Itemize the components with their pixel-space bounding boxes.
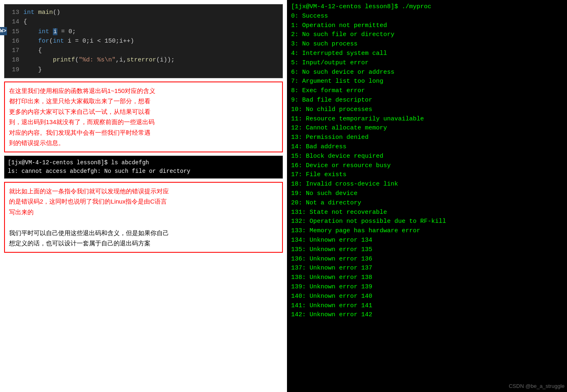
code-text-14: {: [23, 17, 27, 27]
error-list-item: 2: No such file or directory: [291, 30, 563, 40]
error-list-item: 12: Cannot allocate memory: [291, 124, 563, 133]
error-list-item: 19: No such device: [291, 189, 563, 199]
error-list-item: 16: Device or resource busy: [291, 161, 563, 171]
error-list-item: 132: Operation not possible due to RF-ki…: [291, 217, 563, 227]
code-text-15: int i = 0;: [23, 27, 76, 36]
error-list-item: 138: Unknown error 138: [291, 273, 563, 283]
annotation-box-1: 在这里我们使用相应的函数将退出码1~150对应的含义 都打印出来，这里只给大家截…: [4, 82, 283, 152]
error-list-item: 10: No child processes: [291, 105, 563, 115]
error-list-item: 142: Unknown error 142: [291, 310, 563, 320]
left-panel: 13 int main() 14 { W> 15 int i = 0; 16 f…: [0, 0, 287, 392]
annotation-text-1: 在这里我们使用相应的函数将退出码1~150对应的含义 都打印出来，这里只给大家截…: [9, 87, 155, 147]
error-list-item: 4: Interrupted system call: [291, 49, 563, 59]
code-line-13: 13 int main(): [7, 8, 280, 17]
error-list-item: 140: Unknown error 140: [291, 292, 563, 301]
error-list-item: 136: Unknown error 136: [291, 255, 563, 264]
terminal-prompt-right: [1jx@VM-4-12-centos lesson8]$ ./myproc: [291, 2, 563, 12]
line-num-18: 18: [7, 55, 19, 65]
annotation2-line3: 写出来的: [9, 207, 278, 218]
error-list-item: 137: Unknown error 137: [291, 264, 563, 273]
error-list-item: 0: Success: [291, 12, 563, 21]
error-list-item: 14: Bad address: [291, 143, 563, 152]
error-list-item: 15: Block device required: [291, 152, 563, 161]
error-list-item: 11: Resource temporarily unavailable: [291, 115, 563, 124]
code-line-15: W> 15 int i = 0;: [7, 27, 280, 36]
code-text-17: {: [23, 46, 42, 55]
line-num-19: 19: [7, 65, 19, 75]
error-list-item: 9: Bad file descriptor: [291, 96, 563, 105]
annotation2-line2: 的是错误码2，这同时也说明了我们的Linux指令是由C语言: [9, 196, 278, 207]
terminal-error: ls: cannot access abcdefgh: No such file…: [8, 167, 279, 176]
code-line-19: 19 }: [7, 65, 280, 75]
csdn-watermark: CSDN @be_a_struggle: [509, 382, 565, 390]
terminal-prompt: [1jx@VM-4-12-centos lesson8]$ ls abcdefg…: [8, 159, 279, 167]
right-panel: [1jx@VM-4-12-centos lesson8]$ ./myproc 0…: [287, 0, 567, 392]
annotation2-line1: 就比如上面的这一条指令我们就可以发现他的错误提示对应: [9, 186, 278, 197]
error-list: 0: Success1: Operation not permitted2: N…: [291, 12, 563, 320]
line-num-16: 16: [7, 36, 19, 46]
line-num-14: 14: [7, 17, 19, 27]
line-num-15: 15: [7, 27, 19, 36]
error-list-item: 141: Unknown error 141: [291, 301, 563, 311]
line-num-13: 13: [7, 8, 19, 17]
error-list-item: 3: No such process: [291, 40, 563, 49]
code-line-14: 14 {: [7, 17, 280, 27]
code-line-18: 18 printf("%d: %s\n",i,strerror(i));: [7, 55, 280, 65]
error-list-item: 6: No such device or address: [291, 68, 563, 77]
error-list-item: 135: Unknown error 135: [291, 245, 563, 255]
code-line-16: 16 for(int i = 0;i < 150;i++): [7, 36, 280, 46]
code-text-19: }: [23, 65, 42, 75]
error-list-item: 134: Unknown error 134: [291, 236, 563, 245]
error-list-item: 8: Exec format error: [291, 86, 563, 96]
error-list-item: 5: Input/output error: [291, 59, 563, 68]
terminal-block: [1jx@VM-4-12-centos lesson8]$ ls abcdefg…: [4, 156, 283, 179]
error-list-item: 1: Operation not permitted: [291, 21, 563, 31]
error-list-item: 17: File exists: [291, 170, 563, 180]
code-text-18: printf("%d: %s\n",i,strerror(i));: [23, 55, 175, 65]
annotation2-line5: 想定义的话，也可以设计一套属于自己的退出码方案: [9, 238, 278, 249]
error-list-item: 7: Argument list too long: [291, 77, 563, 86]
error-list-item: 18: Invalid cross-device link: [291, 180, 563, 189]
line-indicator: W>: [0, 27, 7, 35]
error-list-item: 20: Not a directory: [291, 199, 563, 208]
line-num-17: 17: [7, 46, 19, 55]
error-list-item: 13: Permission denied: [291, 133, 563, 143]
code-text-16: for(int i = 0;i < 150;i++): [23, 36, 134, 46]
annotation-box-2: 就比如上面的这一条指令我们就可以发现他的错误提示对应 的是错误码2，这同时也说明…: [4, 182, 283, 253]
code-block: 13 int main() 14 { W> 15 int i = 0; 16 f…: [4, 4, 283, 78]
error-list-item: 133: Memory page has hardware error: [291, 227, 563, 236]
annotation2-line4: 我们平时可以自己使用这些退出码和含义，但是如果你自己: [9, 228, 278, 238]
error-list-item: 139: Unknown error 139: [291, 283, 563, 292]
code-text-13: int main(): [23, 8, 60, 17]
code-line-17: 17 {: [7, 46, 280, 55]
error-list-item: 131: State not recoverable: [291, 208, 563, 218]
